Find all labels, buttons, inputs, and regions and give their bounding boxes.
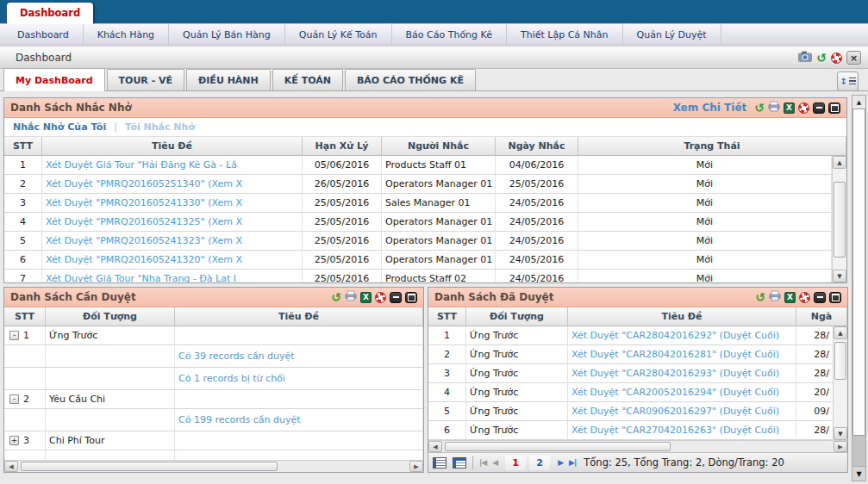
approved-horizontal-scrollbar[interactable] bbox=[428, 440, 847, 452]
print-icon[interactable] bbox=[768, 101, 780, 115]
scroll-left-icon[interactable] bbox=[428, 441, 442, 452]
pagination-last-button[interactable]: ▶| bbox=[569, 458, 576, 467]
approved-row[interactable]: 3Ứng TrướcXét Duyệt "CAR28042016293" (Du… bbox=[428, 364, 847, 383]
reminder-row[interactable]: 6Xét Duyệt "PMRQ201605241320" (Xem X25/0… bbox=[4, 251, 832, 270]
minimize-icon[interactable] bbox=[814, 292, 826, 303]
menu-item-bao-cao-thong-ke[interactable]: Báo Cáo Thống Kê bbox=[392, 24, 507, 45]
scroll-right-icon[interactable] bbox=[409, 461, 423, 472]
view-detail-link[interactable]: Xem Chi Tiết bbox=[673, 102, 747, 114]
collapse-icon[interactable]: - bbox=[9, 331, 19, 340]
help-icon[interactable] bbox=[799, 292, 810, 303]
scroll-up-icon[interactable] bbox=[834, 326, 847, 339]
minimize-icon[interactable] bbox=[390, 292, 402, 303]
pending-count-link[interactable]: Có 199 records cần duyệt bbox=[175, 409, 423, 431]
approved-row[interactable]: 6Ứng TrướcXét Duyệt "CAR27042016263" (Du… bbox=[428, 421, 847, 440]
menu-item-quan-ly-ban-hang[interactable]: Quản Lý Bán Hàng bbox=[169, 24, 285, 45]
column-header-tieu-de[interactable]: Tiêu Đề bbox=[42, 137, 303, 156]
reminder-title-link[interactable]: Xét Duyệt "PMRQ201605241320" (Xem X bbox=[42, 251, 303, 270]
menu-item-quan-ly-ke-toan[interactable]: Quản Lý Kế Toán bbox=[285, 24, 392, 45]
column-header-trang-thai[interactable]: Trạng Thái bbox=[578, 137, 846, 156]
scroll-down-icon[interactable] bbox=[852, 466, 865, 481]
column-header-nguoi-nhac[interactable]: Người Nhắc bbox=[382, 137, 496, 156]
pagination-page-2[interactable]: 2 bbox=[529, 456, 550, 470]
tab-bao-cao-thong-ke[interactable]: BÁO CÁO THỐNG KÊ bbox=[345, 69, 476, 90]
column-header-stt[interactable]: STT bbox=[4, 307, 46, 326]
column-header-tieu-de[interactable]: Tiêu Đề bbox=[568, 307, 796, 326]
pending-row[interactable]: Có 199 records cần duyệt bbox=[4, 409, 423, 431]
approved-row[interactable]: 1Ứng TrướcXét Duyệt "CAR28042016292" (Du… bbox=[428, 326, 847, 345]
reminders-vertical-scrollbar[interactable] bbox=[832, 156, 846, 282]
approved-row[interactable]: 4Ứng TrướcXét Duyệt "CAR20052016294" (Du… bbox=[428, 383, 847, 402]
scroll-track[interactable] bbox=[443, 442, 833, 451]
column-header-ngay[interactable]: Ngà bbox=[796, 307, 847, 326]
print-icon[interactable] bbox=[769, 290, 781, 304]
approved-row[interactable]: 5Ứng TrướcXét Duyệt "CAR09062016297" (Du… bbox=[428, 402, 847, 421]
refresh-icon[interactable]: ↺ bbox=[755, 292, 765, 303]
excel-export-icon[interactable] bbox=[784, 102, 795, 114]
column-header-tieu-de[interactable]: Tiêu Đề bbox=[175, 307, 423, 326]
refresh-icon[interactable]: ↺ bbox=[331, 292, 341, 303]
reminder-row[interactable]: 1Xét Duyệt Giá Tour "Hải Đăng Kê Gà - Lâ… bbox=[4, 156, 832, 175]
column-view-icon[interactable] bbox=[453, 457, 466, 468]
reminder-row[interactable]: 7Xét Duyệt Giá Tour "Nha Trang - Đà Lạt … bbox=[4, 270, 832, 282]
pending-row[interactable]: Có 1 records bị từ chối bbox=[4, 368, 423, 390]
scroll-thumb[interactable] bbox=[852, 109, 865, 436]
page-vertical-scrollbar[interactable] bbox=[852, 95, 866, 481]
tab-my-dashboard[interactable]: My DashBoard bbox=[3, 68, 105, 91]
scroll-down-icon[interactable] bbox=[834, 427, 847, 440]
pending-count-link[interactable]: Có 1 records bị từ chối bbox=[175, 368, 423, 390]
camera-icon[interactable] bbox=[798, 51, 812, 65]
scroll-track[interactable] bbox=[19, 462, 409, 471]
approved-title-link[interactable]: Xét Duyệt "CAR28042016293" (Duyệt Cuối) bbox=[568, 364, 796, 383]
grid-view-icon[interactable] bbox=[433, 457, 446, 468]
refresh-icon[interactable]: ↺ bbox=[816, 53, 827, 64]
browser-tab-dashboard[interactable]: Dashboard bbox=[7, 3, 93, 24]
pagination-first-button[interactable]: |◀ bbox=[479, 458, 486, 467]
pending-row[interactable]: Có 39 records cần duyệt bbox=[4, 345, 423, 368]
menu-item-thiet-lap-ca-nhan[interactable]: Thiết Lập Cá Nhân bbox=[507, 24, 623, 45]
reminder-title-link[interactable]: Xét Duyệt "PMRQ201605251340" (Xem X bbox=[42, 175, 303, 194]
maximize-icon[interactable] bbox=[829, 292, 841, 303]
menu-item-khach-hang[interactable]: Khách Hàng bbox=[84, 24, 169, 45]
approved-vertical-scrollbar[interactable] bbox=[833, 326, 847, 440]
pending-row[interactable]: -1Ứng Trước bbox=[4, 326, 423, 345]
scroll-thumb[interactable] bbox=[445, 442, 671, 451]
help-icon[interactable] bbox=[831, 53, 842, 64]
menu-item-dashboard[interactable]: Dashboard bbox=[3, 24, 84, 45]
column-header-doi-tuong[interactable]: Đối Tượng bbox=[46, 307, 175, 326]
reminder-row[interactable]: 5Xét Duyệt "PMRQ201605241323" (Xem X25/0… bbox=[4, 232, 832, 251]
close-icon[interactable] bbox=[846, 51, 861, 65]
reminder-title-link[interactable]: Xét Duyệt "PMRQ201605241323" (Xem X bbox=[42, 232, 303, 251]
reminder-title-link[interactable]: Xét Duyệt Giá Tour "Hải Đăng Kê Gà - Lâ bbox=[42, 156, 303, 175]
scroll-right-icon[interactable] bbox=[834, 441, 847, 452]
tab-dieu-hanh[interactable]: ĐIỀU HÀNH bbox=[186, 69, 271, 90]
scroll-thumb[interactable] bbox=[21, 462, 278, 471]
approved-row[interactable]: 2Ứng TrướcXét Duyệt "CAR28042016281" (Du… bbox=[428, 345, 847, 364]
scroll-up-icon[interactable] bbox=[852, 96, 865, 109]
reminder-title-link[interactable]: Xét Duyệt "PMRQ201605241325" (Xem X bbox=[42, 213, 303, 232]
pending-count-link[interactable]: Có 39 records cần duyệt bbox=[175, 345, 423, 368]
reminder-row[interactable]: 4Xét Duyệt "PMRQ201605241325" (Xem X25/0… bbox=[4, 213, 832, 232]
scroll-up-icon[interactable] bbox=[833, 156, 846, 169]
pagination-prev-button[interactable]: ◀ bbox=[492, 458, 497, 467]
column-header-ngay-nhac[interactable]: Ngày Nhắc bbox=[496, 137, 578, 156]
excel-export-icon[interactable] bbox=[784, 292, 796, 303]
help-icon[interactable] bbox=[375, 292, 386, 303]
reminder-title-link[interactable]: Xét Duyệt Giá Tour "Nha Trang - Đà Lạt l bbox=[42, 270, 303, 282]
scroll-track[interactable] bbox=[834, 340, 846, 426]
minimize-icon[interactable] bbox=[813, 102, 825, 114]
reminder-title-link[interactable]: Xét Duyệt "PMRQ201605241330" (Xem X bbox=[42, 194, 303, 213]
collapse-icon[interactable]: - bbox=[9, 394, 19, 404]
menu-item-quan-ly-duyet[interactable]: Quản Lý Duyệt bbox=[623, 24, 721, 45]
column-header-stt[interactable]: STT bbox=[428, 307, 466, 326]
expand-icon[interactable]: + bbox=[9, 436, 19, 445]
reminder-row[interactable]: 2Xét Duyệt "PMRQ201605251340" (Xem X26/0… bbox=[4, 175, 832, 194]
approved-title-link[interactable]: Xét Duyệt "CAR28042016281" (Duyệt Cuối) bbox=[568, 345, 796, 364]
scroll-down-icon[interactable] bbox=[833, 270, 846, 282]
pending-row[interactable]: -2Yêu Cầu Chi bbox=[4, 390, 423, 409]
column-header-doi-tuong[interactable]: Đối Tượng bbox=[466, 307, 568, 326]
help-icon[interactable] bbox=[798, 102, 809, 114]
scroll-track[interactable] bbox=[834, 170, 846, 269]
approved-title-link[interactable]: Xét Duyệt "CAR28042016292" (Duyệt Cuối) bbox=[568, 326, 796, 345]
subtab-nhac-nho-cua-toi[interactable]: Nhắc Nhở Của Tôi bbox=[13, 121, 106, 133]
